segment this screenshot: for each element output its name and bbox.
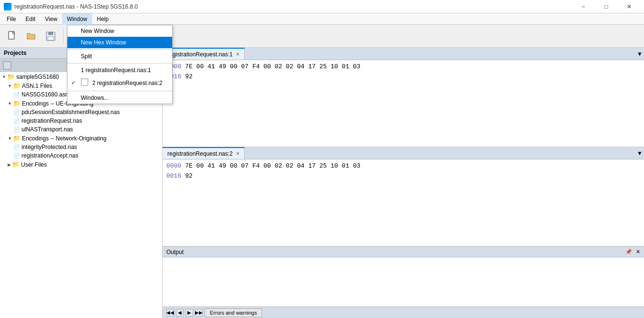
- file-icon: 📄: [13, 109, 20, 116]
- hex-line: 0016 92: [166, 72, 640, 82]
- tab-dropdown-1[interactable]: ▼: [635, 48, 644, 60]
- folder-icon: 📁: [13, 82, 21, 89]
- output-header: Output 📌 ✕: [163, 247, 644, 257]
- window-controls: − □ ✕: [572, 0, 640, 13]
- menubar: File Edit View Window Help: [0, 13, 644, 25]
- menu-help[interactable]: Help: [92, 13, 114, 25]
- output-label: Output: [166, 249, 184, 255]
- output-content: [163, 257, 644, 307]
- folder-icon: 📁: [12, 161, 20, 168]
- new-file-button[interactable]: [4, 28, 21, 45]
- tree-item-label: registrationAccept.nas: [22, 152, 78, 159]
- expand-arrow: ▼: [2, 74, 6, 79]
- menu-view[interactable]: View: [40, 13, 62, 25]
- nav-first[interactable]: ◀◀: [166, 309, 174, 317]
- hex-line: 0000 7E 00 41 49 00 07 F4 00 02 02 04 17…: [166, 161, 640, 171]
- tree-item-user-files[interactable]: ▶ 📁 User Files: [0, 160, 162, 169]
- dd-new-hex-window[interactable]: New Hex Window: [67, 37, 172, 48]
- file-icon: 📄: [13, 127, 20, 133]
- hex-tab-1[interactable]: registrationRequest.nas:1 ✕: [163, 48, 245, 60]
- maximize-button[interactable]: □: [595, 0, 617, 13]
- open-file-button[interactable]: [23, 28, 40, 45]
- tree-item-label: ulNASTransport.nas: [22, 126, 73, 133]
- expand-arrow: ▼: [8, 136, 12, 141]
- file-icon: 📄: [13, 92, 20, 98]
- dd-split[interactable]: Split: [67, 51, 172, 62]
- dd-windows[interactable]: Windows...: [67, 92, 172, 104]
- file-icon: 📄: [13, 153, 20, 159]
- tab-spacer: [245, 147, 635, 159]
- tree-item-encodings-net[interactable]: ▼ 📁 Encodings -- Network-Originating: [0, 134, 162, 143]
- tree-item-label: registrationRequest.nas: [22, 117, 82, 124]
- menu-window[interactable]: Window: [62, 13, 92, 25]
- dd-separator-2: [67, 63, 172, 64]
- toolbar-separator-1: [63, 29, 64, 43]
- menu-file[interactable]: File: [2, 13, 21, 25]
- tree-item-reg-accept[interactable]: 📄 registrationAccept.nas: [0, 151, 162, 160]
- hex-line: 0000 7E 00 41 49 00 07 F4 00 02 02 04 17…: [166, 62, 640, 72]
- tree-item-label: ASN.1 Files: [22, 83, 52, 89]
- dd-window-2[interactable]: 2 registrationRequest.nas:2: [67, 76, 172, 90]
- hex-tab-bar-1: registrationRequest.nas:1 ✕ ▼: [163, 48, 644, 60]
- dd-new-window[interactable]: New Window: [67, 25, 172, 37]
- save-button[interactable]: [42, 28, 59, 45]
- minimize-button[interactable]: −: [572, 0, 594, 13]
- expand-arrow: ▶: [8, 162, 11, 167]
- hex-tab-2-close[interactable]: ✕: [236, 151, 240, 156]
- nav-last[interactable]: ▶▶: [195, 309, 203, 317]
- output-pin[interactable]: 📌: [625, 249, 632, 255]
- dd-separator-3: [67, 91, 172, 91]
- tab-dropdown-2[interactable]: ▼: [635, 147, 644, 159]
- dd-window-1[interactable]: 1 registrationRequest.nas:1: [67, 64, 172, 76]
- hex-panel-1: registrationRequest.nas:1 ✕ ▼ 0000 7E 00…: [163, 48, 644, 147]
- errors-tab[interactable]: Errors and warnings: [205, 308, 262, 317]
- tree-item-label: Encodings -- Network-Originating: [22, 135, 107, 142]
- hex-tab-1-label: registrationRequest.nas:1: [167, 51, 233, 58]
- tree-item-label: integrityProtected.nas: [22, 144, 77, 150]
- dd-separator-1: [67, 49, 172, 50]
- tab-spacer: [245, 48, 635, 60]
- title-text: registrationRequest.nas - NAS-1Step 5GS1…: [14, 3, 572, 10]
- tree-item-ulnas[interactable]: 📄 ulNASTransport.nas: [0, 125, 162, 134]
- menu-edit[interactable]: Edit: [21, 13, 40, 25]
- svg-rect-5: [48, 37, 54, 40]
- hex-addr: 0000: [166, 161, 181, 171]
- dd-window-1-label: 1 registrationRequest.nas:1: [81, 67, 151, 74]
- right-panel: registrationRequest.nas:1 ✕ ▼ 0000 7E 00…: [163, 48, 644, 318]
- expand-arrow: ▼: [8, 84, 12, 88]
- hex-panel-2: registrationRequest.nas:2 ✕ ▼ 0000 7E 00…: [163, 147, 644, 246]
- tree-item-integrity[interactable]: 📄 integrityProtected.nas: [0, 143, 162, 151]
- nav-next[interactable]: ▶: [186, 309, 193, 317]
- folder-icon: 📁: [13, 135, 21, 142]
- tree-item-label: pduSessionEstablishmentRequest.nas: [22, 109, 120, 116]
- hex-bytes: 92: [185, 171, 193, 181]
- window-dropdown-menu: New Window New Hex Window Split 1 regist…: [67, 25, 173, 104]
- hex-tab-2[interactable]: registrationRequest.nas:2 ✕: [163, 147, 245, 159]
- svg-rect-4: [48, 32, 53, 35]
- hex-addr: 0016: [166, 171, 181, 181]
- close-button[interactable]: ✕: [618, 0, 640, 13]
- dd-window-2-icon: [81, 78, 88, 87]
- hex-content-1: 0000 7E 00 41 49 00 07 F4 00 02 02 04 17…: [163, 60, 644, 147]
- output-close[interactable]: ✕: [636, 249, 640, 255]
- tree-item-label: sample5GS1680: [16, 74, 59, 80]
- hex-bytes: 92: [185, 72, 193, 82]
- expand-arrow: ▼: [8, 101, 12, 106]
- hex-line: 0016 92: [166, 171, 640, 181]
- nav-prev[interactable]: ◀: [176, 309, 184, 317]
- file-icon: 📄: [13, 144, 20, 150]
- hex-tab-2-label: registrationRequest.nas:2: [167, 150, 233, 157]
- tree-item-pdu[interactable]: 📄 pduSessionEstablishmentRequest.nas: [0, 108, 162, 117]
- dd-window-2-label: 2 registrationRequest.nas:2: [92, 80, 163, 86]
- tree-item-label: User Files: [21, 161, 47, 168]
- titlebar: registrationRequest.nas - NAS-1Step 5GS1…: [0, 0, 644, 13]
- file-icon: 📄: [13, 118, 20, 124]
- hex-bytes: 7E 00 41 49 00 07 F4 00 02 02 04 17 25 1…: [185, 161, 360, 171]
- tree-item-label: NAS5GS1680.asn: [22, 91, 68, 98]
- output-footer: ◀◀ ◀ ▶ ▶▶ Errors and warnings: [163, 307, 644, 318]
- tree-item-reg-req[interactable]: 📄 registrationRequest.nas: [0, 117, 162, 125]
- hex-content-2: 0000 7E 00 41 49 00 07 F4 00 02 02 04 17…: [163, 159, 644, 246]
- output-panel: Output 📌 ✕ ◀◀ ◀ ▶ ▶▶ Errors and warnings: [163, 246, 644, 318]
- hex-tab-1-close[interactable]: ✕: [236, 52, 240, 57]
- svg-rect-23: [81, 79, 88, 85]
